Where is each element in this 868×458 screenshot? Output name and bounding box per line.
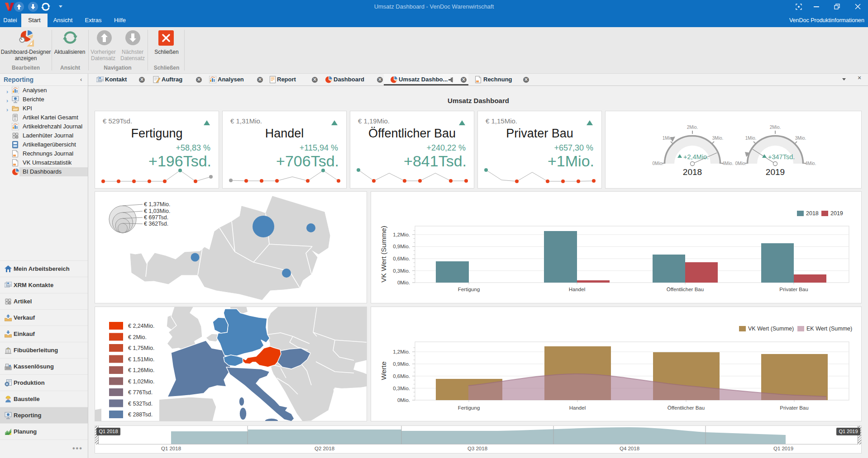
svg-text:€ 776Tsd.: € 776Tsd. (128, 389, 153, 396)
svg-text:Fertigung: Fertigung (458, 405, 480, 411)
svg-text:4Mio.: 4Mio. (805, 161, 816, 166)
svg-text:€ 697Tsd.: € 697Tsd. (144, 214, 168, 221)
svg-text:€ 1,02Mio.: € 1,02Mio. (128, 378, 154, 385)
svg-text:2Mio.: 2Mio. (770, 125, 781, 130)
svg-text:€ 1,37Mio.: € 1,37Mio. (144, 201, 170, 208)
svg-text:Öffentlicher Bau: Öffentlicher Bau (668, 405, 705, 411)
svg-text:€ 1,75Mio.: € 1,75Mio. (128, 345, 154, 351)
svg-text:2018: 2018 (683, 167, 702, 177)
svg-text:€ 362Tsd.: € 362Tsd. (144, 221, 168, 227)
svg-text:Privater Bau: Privater Bau (779, 287, 808, 292)
svg-text:€ 2Mio.: € 2Mio. (128, 334, 147, 340)
svg-text:0,3Mio.: 0,3Mio. (393, 386, 410, 391)
svg-text:€ 1,03Mio.: € 1,03Mio. (144, 208, 170, 214)
svg-text:Q1 2019: Q1 2019 (773, 446, 793, 451)
svg-text:€ 1,26Mio.: € 1,26Mio. (128, 367, 154, 373)
svg-text:0Mio.: 0Mio. (397, 280, 410, 285)
svg-text:2019: 2019 (766, 167, 785, 177)
svg-text:3Mio.: 3Mio. (795, 136, 806, 141)
svg-text:Werte: Werte (380, 361, 387, 380)
svg-text:0Mio.: 0Mio. (653, 161, 663, 166)
svg-text:€ 1,51Mio.: € 1,51Mio. (128, 356, 154, 363)
svg-text:1Mio.: 1Mio. (745, 136, 756, 141)
svg-text:0,6Mio.: 0,6Mio. (393, 256, 410, 261)
svg-text:EK Wert (Summe): EK Wert (Summe) (806, 326, 852, 332)
svg-text:0,9Mio.: 0,9Mio. (393, 244, 410, 249)
svg-text:€ 288Tsd.: € 288Tsd. (128, 411, 153, 418)
svg-text:Q2 2018: Q2 2018 (315, 446, 334, 451)
svg-text:1,2Mio.: 1,2Mio. (393, 349, 410, 354)
svg-text:€ 2,24Mio.: € 2,24Mio. (128, 323, 154, 329)
svg-text:2Mio.: 2Mio. (687, 125, 698, 130)
svg-text:Öffentlicher Bau: Öffentlicher Bau (667, 287, 704, 292)
svg-text:2019: 2019 (830, 210, 843, 217)
svg-text:Privater Bau: Privater Bau (780, 405, 808, 411)
svg-text:Handel: Handel (569, 405, 586, 411)
svg-text:3Mio.: 3Mio. (712, 136, 723, 141)
svg-text:0,6Mio.: 0,6Mio. (393, 373, 410, 379)
svg-text:+347Tsd.: +347Tsd. (768, 153, 795, 161)
svg-text:0,9Mio.: 0,9Mio. (393, 361, 410, 367)
svg-text:€ 532Tsd.: € 532Tsd. (128, 401, 153, 407)
svg-text:Fertigung: Fertigung (458, 287, 480, 292)
svg-text:Q3 2018: Q3 2018 (467, 446, 487, 451)
svg-text:2018: 2018 (806, 210, 819, 217)
svg-text:Q4 2018: Q4 2018 (620, 446, 639, 451)
svg-text:VK Wert (Summe): VK Wert (Summe) (748, 326, 794, 332)
svg-text:0Mio.: 0Mio. (735, 161, 746, 166)
svg-text:Handel: Handel (569, 287, 585, 292)
svg-text:+2,4Mio.: +2,4Mio. (683, 153, 709, 161)
svg-text:VK Wert (Summe): VK Wert (Summe) (380, 226, 387, 282)
svg-text:0,3Mio.: 0,3Mio. (393, 268, 410, 274)
svg-text:1,2Mio.: 1,2Mio. (393, 232, 410, 237)
svg-text:Q1 2018: Q1 2018 (161, 446, 181, 451)
svg-text:4Mio.: 4Mio. (722, 161, 733, 166)
svg-text:0Mio.: 0Mio. (397, 397, 410, 403)
